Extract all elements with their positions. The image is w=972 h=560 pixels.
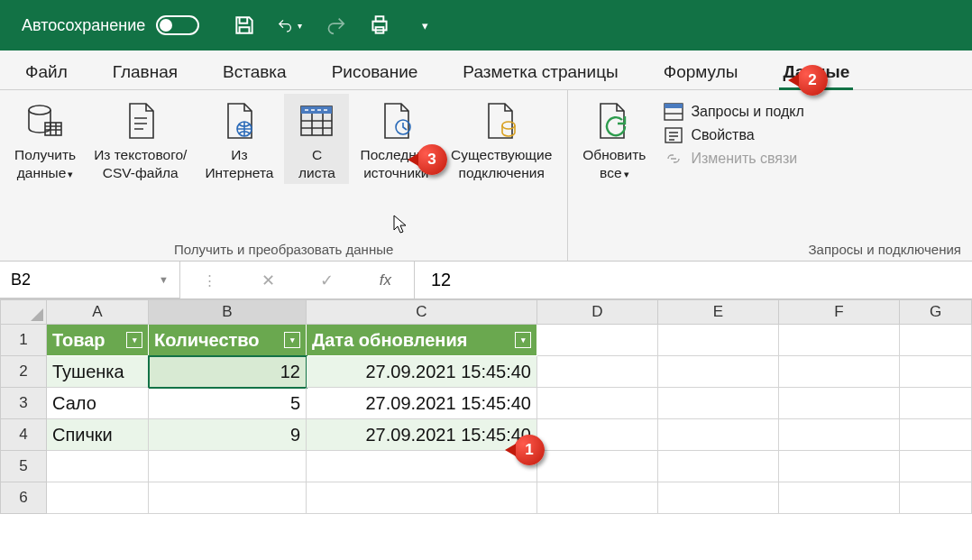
properties-button[interactable]: Свойства — [664, 126, 803, 144]
filter-icon[interactable]: ▾ — [126, 332, 142, 348]
table-header-cell[interactable]: Товар▾ — [47, 325, 149, 356]
row-header[interactable]: 4 — [0, 419, 47, 451]
col-header-G[interactable]: G — [900, 299, 972, 325]
from-sheet-button[interactable]: С листа — [284, 94, 349, 184]
cell[interactable]: 9 — [149, 419, 307, 451]
undo-icon[interactable]: ▾ — [277, 13, 302, 38]
cell[interactable] — [149, 451, 307, 482]
cell[interactable]: 27.09.2021 15:45:40 — [307, 356, 537, 388]
filter-icon[interactable]: ▾ — [284, 332, 300, 348]
from-csv-button[interactable]: Из текстового/ CSV-файла — [87, 94, 194, 184]
queries-icon — [664, 103, 683, 121]
annotation-callout-3: 3 — [417, 144, 447, 175]
cell[interactable] — [779, 419, 900, 451]
column-headers: A B C D E F G — [0, 299, 972, 325]
cell[interactable]: 5 — [149, 388, 307, 419]
cell[interactable] — [537, 356, 658, 388]
cell[interactable] — [537, 419, 658, 451]
sheet-icon — [298, 99, 335, 142]
row-header[interactable]: 5 — [0, 451, 47, 482]
svg-point-3 — [29, 106, 50, 115]
cell[interactable] — [900, 388, 972, 419]
autosave-toggle[interactable]: Автосохранение — [22, 15, 199, 35]
connections-file-icon — [483, 99, 519, 142]
cell[interactable] — [658, 388, 779, 419]
cell[interactable] — [47, 451, 149, 482]
cell[interactable] — [658, 356, 779, 388]
ribbon-group-queries: Обновить все▾ Запросы и подкл Свойства И… — [568, 90, 972, 261]
cell-selected[interactable]: 12 — [149, 356, 307, 388]
svg-rect-1 — [376, 16, 384, 21]
formula-input[interactable]: 12 — [415, 262, 972, 298]
fx-icon[interactable]: fx — [380, 271, 391, 289]
cell[interactable] — [537, 451, 658, 482]
col-header-A[interactable]: A — [47, 299, 149, 325]
cell[interactable]: 27.09.2021 15:45:40 — [307, 388, 537, 419]
cell[interactable]: Спички — [47, 419, 149, 451]
cell[interactable] — [779, 356, 900, 388]
tab-formulas[interactable]: Формулы — [660, 55, 742, 89]
cell[interactable] — [658, 325, 779, 356]
cell[interactable] — [779, 388, 900, 419]
print-preview-icon[interactable] — [367, 13, 392, 38]
formula-bar-buttons: ⋮ ✕ ✓ fx — [180, 262, 415, 298]
cell[interactable] — [537, 388, 658, 419]
name-box[interactable]: B2 ▼ — [0, 262, 180, 298]
refresh-all-button[interactable]: Обновить все▾ — [575, 94, 653, 184]
col-header-D[interactable]: D — [537, 299, 658, 325]
get-data-button[interactable]: Получить данные▾ — [7, 94, 83, 184]
redo-icon[interactable] — [322, 13, 347, 38]
tab-file[interactable]: Файл — [22, 55, 71, 89]
cell[interactable] — [537, 325, 658, 356]
cell[interactable] — [900, 451, 972, 482]
toggle-off-icon[interactable] — [156, 15, 199, 35]
cell[interactable] — [47, 482, 149, 514]
table-header-cell[interactable]: Дата обновления▾ — [307, 325, 537, 356]
cell[interactable] — [307, 482, 537, 514]
cell[interactable] — [900, 419, 972, 451]
table-header-cell[interactable]: Количество▾ — [149, 325, 307, 356]
tab-page-layout[interactable]: Разметка страницы — [459, 55, 621, 89]
table-row: 3 Сало 5 27.09.2021 15:45:40 — [0, 388, 972, 419]
chevron-down-icon[interactable]: ▼ — [159, 274, 169, 285]
col-header-B[interactable]: B — [149, 299, 307, 325]
svg-rect-0 — [373, 22, 387, 31]
cell[interactable] — [658, 419, 779, 451]
col-header-E[interactable]: E — [658, 299, 779, 325]
svg-point-9 — [502, 122, 515, 129]
formula-bar: B2 ▼ ⋮ ✕ ✓ fx 12 — [0, 262, 972, 299]
col-header-C[interactable]: C — [307, 299, 537, 325]
tab-insert[interactable]: Вставка — [219, 55, 290, 89]
row-header[interactable]: 2 — [0, 356, 47, 388]
filter-icon[interactable]: ▾ — [515, 332, 531, 348]
web-file-icon — [223, 99, 255, 142]
cell[interactable]: Тушенка — [47, 356, 149, 388]
tab-home[interactable]: Главная — [109, 55, 181, 89]
cell[interactable] — [307, 451, 537, 482]
customize-qat-icon[interactable]: ▾ — [412, 13, 437, 38]
cell[interactable]: 27.09.2021 15:45:40 — [307, 419, 537, 451]
cell[interactable] — [779, 325, 900, 356]
tab-draw[interactable]: Рисование — [328, 55, 422, 89]
save-icon[interactable] — [232, 13, 257, 38]
cell[interactable] — [900, 482, 972, 514]
from-web-button[interactable]: Из Интернета — [197, 94, 280, 184]
existing-connections-button[interactable]: Существующие подключения — [443, 94, 560, 184]
queries-connections-button[interactable]: Запросы и подкл — [664, 103, 803, 121]
row-header[interactable]: 1 — [0, 325, 47, 356]
enter-icon[interactable]: ✓ — [320, 271, 334, 290]
row-header[interactable]: 3 — [0, 388, 47, 419]
cancel-icon[interactable]: ✕ — [261, 271, 275, 290]
cell[interactable]: Сало — [47, 388, 149, 419]
cell[interactable] — [900, 325, 972, 356]
col-header-F[interactable]: F — [779, 299, 900, 325]
cell[interactable] — [658, 482, 779, 514]
cell[interactable] — [658, 451, 779, 482]
row-header[interactable]: 6 — [0, 482, 47, 514]
select-all-corner[interactable] — [0, 299, 47, 325]
cell[interactable] — [537, 482, 658, 514]
cell[interactable] — [900, 356, 972, 388]
cell[interactable] — [779, 451, 900, 482]
cell[interactable] — [779, 482, 900, 514]
cell[interactable] — [149, 482, 307, 514]
